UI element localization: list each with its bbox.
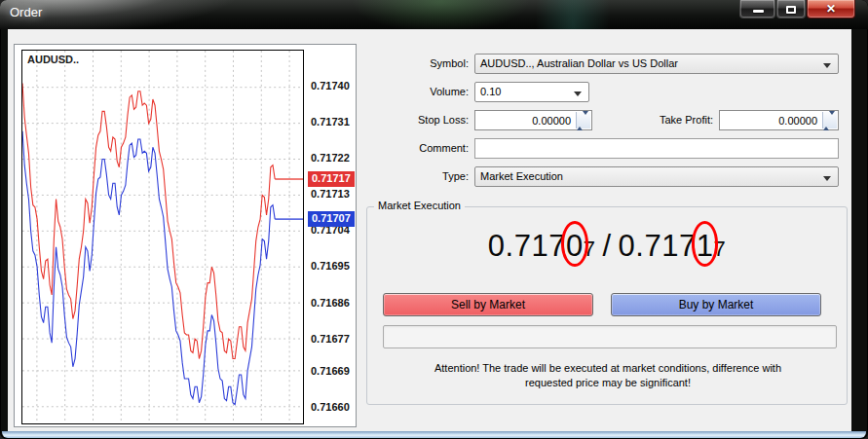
order-type-combobox[interactable]: Market Execution [474,166,839,187]
comment-input[interactable] [474,138,839,159]
take-profit-spinner[interactable] [822,112,837,128]
price-scale-label: 0.71669 [311,365,350,379]
price-scale-label: 0.71722 [311,152,350,165]
quote-display: 0.71707/0.71717 [367,229,847,264]
spin-down-icon [829,111,835,127]
progress-bar [383,325,837,348]
ask-digit-annotation: 1 [697,229,714,264]
ask-price-badge: 0.71717 [308,171,355,187]
take-profit-field[interactable]: 0.00000 [719,110,839,130]
comment-label: Comment: [359,138,469,159]
minimize-icon [753,10,764,13]
ask-price-main: 0.717 [619,229,697,263]
stop-loss-field[interactable]: 0.00000 [474,110,592,130]
market-execution-group: Market Execution 0.71707/0.71717 Sell by… [366,206,848,405]
caption-buttons: ✕ [738,0,855,19]
spin-down-icon [583,111,588,127]
titlebar[interactable]: Order ✕ [0,0,868,29]
chart-panel: AUDUSD.. 0.717400.717310.717220.717130.7… [14,44,357,427]
bid-price-badge: 0.71707 [308,211,355,227]
chart-symbol-label: AUDUSD.. [27,54,79,65]
order-type-value: Market Execution [480,170,563,182]
symbol-combobox[interactable]: AUDUSD.., Australian Dollar vs US Dollar [474,54,839,74]
stop-loss-label: Stop Loss: [359,110,469,130]
order-window: Order ✕ AUDUSD.. 0.717400.717310.717220.… [0,0,868,439]
close-button[interactable]: ✕ [807,0,855,18]
attention-text: Attention! The trade will be executed at… [381,361,835,390]
bid-digit-annotation: 0 [566,229,584,264]
minimize-button[interactable] [739,0,775,18]
buy-button[interactable]: Buy by Market [611,293,821,316]
price-scale-label: 0.71740 [311,80,350,93]
sell-button[interactable]: Sell by Market [383,293,593,316]
window-bottom-frame [2,431,866,438]
price-scale-label: 0.71660 [311,401,350,415]
price-scale-label: 0.71731 [311,116,350,129]
price-scale-label: 0.71677 [311,333,350,347]
maximize-button[interactable] [776,0,806,18]
tick-chart-plot [22,51,303,423]
chevron-down-icon [574,91,582,96]
volume-value: 0.10 [480,86,501,97]
volume-label: Volume: [359,82,469,102]
volume-combobox[interactable]: 0.10 [474,82,589,102]
chevron-down-icon [823,63,831,68]
bid-price-main: 0.717 [488,229,566,263]
price-scale: 0.717400.717310.717220.717130.717040.716… [306,45,357,428]
type-label: Type: [359,166,469,187]
quote-separator: / [602,229,611,263]
group-title: Market Execution [374,200,465,211]
take-profit-value: 0.00000 [778,112,817,130]
symbol-value: AUDUSD.., Australian Dollar vs US Dollar [480,57,678,69]
symbol-label: Symbol: [359,54,469,74]
take-profit-label: Take Profit: [604,110,713,130]
window-title: Order [10,5,42,19]
maximize-icon [786,6,796,14]
stop-loss-value: 0.00000 [532,112,571,130]
stop-loss-spinner[interactable] [576,112,590,128]
close-icon: ✕ [808,2,854,16]
price-scale-label: 0.71695 [311,260,350,274]
price-scale-label: 0.71713 [311,188,350,201]
chevron-down-icon [823,176,831,181]
tick-chart: AUDUSD.. [21,50,304,424]
price-scale-label: 0.71686 [311,297,350,311]
